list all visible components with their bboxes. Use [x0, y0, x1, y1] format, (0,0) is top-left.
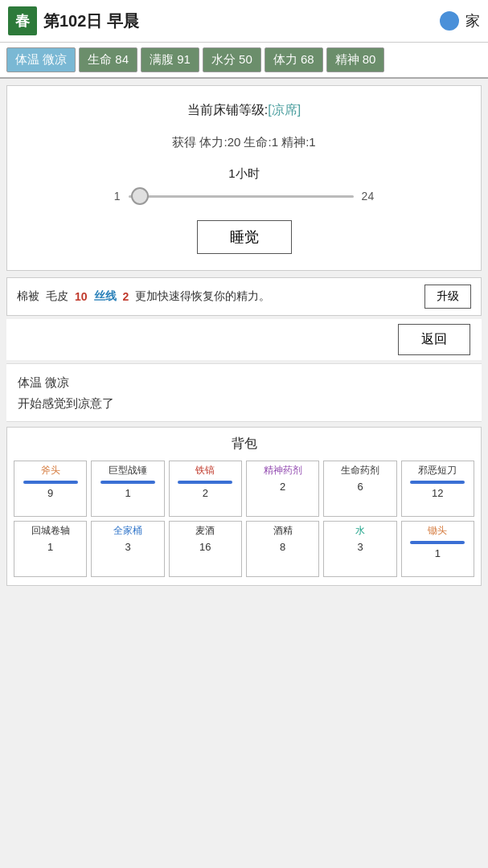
item-name: 麦酒 [195, 525, 215, 538]
upgrade-desc: 更加快速得恢复你的精力。 [135, 289, 418, 304]
status-msg-line1: 体温 微凉 [18, 372, 470, 393]
sleep-card: 当前床铺等级:[凉席] 获得 体力:20 生命:1 精神:1 1小时 1 24 … [6, 85, 482, 271]
status-water[interactable]: 水分 50 [203, 47, 261, 72]
upgrade-button[interactable]: 升级 [424, 285, 471, 309]
backpack-item[interactable]: 巨型战锤1 [91, 461, 164, 517]
slider-section: 1小时 1 24 [20, 166, 468, 204]
item-durability-bar [410, 481, 465, 484]
item-count: 1 [47, 541, 53, 553]
status-message: 体温 微凉 开始感觉到凉意了 [6, 363, 482, 422]
back-button[interactable]: 返回 [398, 324, 470, 355]
item-durability-bar [178, 481, 232, 484]
item-count: 1 [125, 487, 130, 499]
backpack-item[interactable]: 铁镐2 [169, 461, 242, 517]
weather-icon [440, 11, 459, 31]
item-name: 精神药剂 [264, 465, 302, 477]
slider-min: 1 [114, 190, 121, 203]
slider-label: 1小时 [20, 166, 468, 182]
header: 春 第102日 早晨 家 [0, 0, 488, 43]
header-day: 第102日 早晨 [43, 10, 433, 32]
spring-badge: 春 [8, 6, 37, 35]
backpack-item[interactable]: 全家桶3 [91, 521, 164, 577]
item-count: 8 [280, 541, 285, 553]
backpack-item[interactable]: 精神药剂2 [246, 461, 319, 517]
backpack-item[interactable]: 斧头9 [14, 461, 87, 517]
gains-text: 获得 体力:20 生命:1 精神:1 [20, 135, 468, 150]
status-temperature[interactable]: 体温 微凉 [6, 47, 76, 72]
backpack-item[interactable]: 锄头1 [401, 521, 474, 577]
item-count: 16 [199, 541, 211, 553]
status-spirit[interactable]: 精神 80 [326, 47, 385, 72]
status-fullness[interactable]: 满腹 91 [141, 47, 199, 72]
item-count: 2 [203, 487, 208, 499]
backpack-item[interactable]: 生命药剂6 [323, 461, 396, 517]
slider-max: 24 [362, 190, 375, 203]
status-stamina[interactable]: 体力 68 [265, 47, 323, 72]
item-name: 回城卷轴 [31, 525, 70, 538]
bed-level-label: 当前床铺等级: [187, 103, 268, 117]
slider-line [129, 195, 354, 198]
backpack-title: 背包 [14, 436, 474, 452]
item-count: 2 [280, 481, 285, 493]
sleep-slider[interactable] [129, 188, 354, 204]
sleep-button[interactable]: 睡觉 [197, 220, 292, 254]
item-durability-bar [410, 541, 465, 544]
status-bar: 体温 微凉 生命 84 满腹 91 水分 50 体力 68 精神 80 [0, 43, 488, 79]
upgrade-cost-type-num: 2 [123, 290, 129, 303]
item-name: 锄头 [428, 525, 447, 538]
upgrade-cost-prefix: 毛皮 [46, 289, 68, 304]
status-life[interactable]: 生命 84 [79, 47, 137, 72]
upgrade-cost-num: 10 [75, 290, 88, 303]
item-durability-bar [23, 481, 78, 484]
item-count: 1 [435, 547, 441, 559]
item-count: 6 [357, 481, 363, 493]
back-row: 返回 [6, 319, 482, 360]
home-label[interactable]: 家 [465, 11, 480, 31]
slider-thumb[interactable] [131, 187, 149, 205]
backpack-item[interactable]: 回城卷轴1 [14, 521, 87, 577]
item-count: 9 [47, 487, 53, 499]
backpack-panel: 背包 斧头9巨型战锤1铁镐2精神药剂2生命药剂6邪恶短刀12回城卷轴1全家桶3麦… [6, 427, 482, 586]
item-name: 生命药剂 [341, 465, 379, 477]
item-count: 3 [357, 541, 363, 553]
item-name: 铁镐 [195, 465, 215, 477]
slider-row: 1 24 [20, 188, 468, 204]
backpack-item[interactable]: 邪恶短刀12 [401, 461, 474, 517]
item-name: 水 [355, 525, 365, 538]
item-name: 邪恶短刀 [418, 465, 457, 477]
backpack-item[interactable]: 酒精8 [246, 521, 319, 577]
status-msg-line2: 开始感觉到凉意了 [18, 393, 470, 414]
item-name: 全家桶 [113, 525, 142, 538]
upgrade-item-label: 棉被 [17, 289, 39, 304]
item-count: 3 [125, 541, 130, 553]
upgrade-bar: 棉被 毛皮 10 丝线 2 更加快速得恢复你的精力。 升级 [6, 277, 482, 316]
backpack-item[interactable]: 水3 [323, 521, 396, 577]
backpack-item[interactable]: 麦酒16 [169, 521, 242, 577]
item-name: 酒精 [273, 525, 293, 538]
item-durability-bar [100, 481, 155, 484]
item-name: 斧头 [41, 465, 60, 477]
backpack-grid: 斧头9巨型战锤1铁镐2精神药剂2生命药剂6邪恶短刀12回城卷轴1全家桶3麦酒16… [14, 461, 474, 577]
item-name: 巨型战锤 [109, 465, 147, 477]
bed-level-value: [凉席] [268, 103, 301, 117]
bed-level: 当前床铺等级:[凉席] [20, 102, 468, 119]
upgrade-cost-type: 丝线 [94, 289, 117, 304]
item-count: 12 [432, 487, 443, 499]
